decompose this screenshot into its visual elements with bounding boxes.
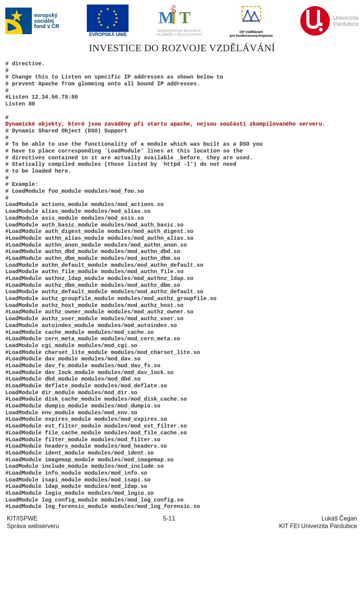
- esf-line1: evropský: [34, 13, 59, 18]
- svg-point-12: [115, 21, 117, 23]
- code-highlight: Dynamické objekty, které jsou zaváděny p…: [5, 121, 325, 127]
- footer-center: 5-11: [163, 515, 175, 530]
- svg-point-4: [116, 17, 118, 19]
- footer-right: Lukáš Čegan KIT FEI Univerzita Pardubice: [279, 515, 357, 530]
- footer-left-1: KIT/ISPWE: [7, 515, 59, 522]
- svg-point-10: [115, 14, 117, 16]
- op-line2: pro konkurenceschopnost: [230, 34, 273, 38]
- svg-point-11: [99, 21, 100, 23]
- upce-label: Univerzita Pardubice: [333, 15, 359, 27]
- svg-point-22: [319, 22, 323, 26]
- svg-point-1: [107, 8, 109, 10]
- svg-point-6: [113, 11, 115, 13]
- msmt-icon: M T Š: [157, 5, 191, 28]
- svg-point-21: [253, 11, 256, 14]
- code-block: # directive. # # Change this to Listen o…: [0, 61, 364, 514]
- esf-label: evropský sociální fond v ČR: [34, 13, 59, 29]
- upce-block: Univerzita Pardubice: [300, 6, 359, 36]
- page-number: 5-11: [163, 515, 175, 522]
- svg-point-23: [319, 28, 323, 31]
- esf-block: evropský sociální fond v ČR: [5, 8, 59, 34]
- footer-right-1: Lukáš Čegan: [279, 515, 357, 522]
- op-block: OP Vzdělávání pro konkurenceschopnost: [230, 4, 273, 38]
- upce-line1: Univerzita: [333, 15, 359, 21]
- op-label: OP Vzdělávání pro konkurenceschopnost: [230, 30, 273, 38]
- svg-text:Š: Š: [171, 5, 176, 16]
- msmt-line2: MLÁDEŽE A TĚLOVÝCHOVY: [157, 33, 202, 37]
- eu-block: EVROPSKÁ UNIE: [87, 5, 129, 37]
- code-part2: # Dynamic Shared Object (DSO) Support # …: [5, 128, 263, 510]
- msmt-block: M T Š MINISTERSTVO ŠKOLSTVÍ, MLÁDEŽE A T…: [157, 5, 202, 37]
- logo-row: evropský sociální fond v ČR EVROPSKÁ UNI…: [0, 0, 364, 38]
- footer-right-2: KIT FEI Univerzita Pardubice: [279, 522, 357, 530]
- svg-point-8: [113, 24, 115, 26]
- op-icon: [238, 4, 264, 27]
- svg-point-5: [100, 11, 102, 13]
- eu-flag-icon: [87, 5, 129, 32]
- svg-point-20: [246, 10, 249, 12]
- esf-line3: fond v ČR: [34, 24, 59, 29]
- upce-icon: [300, 6, 330, 36]
- footer-left-2: Správa webserveru: [7, 522, 59, 530]
- svg-text:T: T: [179, 8, 190, 27]
- svg-point-9: [99, 14, 100, 16]
- svg-point-7: [100, 24, 102, 26]
- msmt-label: MINISTERSTVO ŠKOLSTVÍ, MLÁDEŽE A TĚLOVÝC…: [157, 29, 202, 37]
- upce-line2: Pardubice: [333, 21, 359, 27]
- eu-label: EVROPSKÁ UNIE: [87, 32, 129, 37]
- svg-point-3: [98, 17, 100, 19]
- banner-title: INVESTICE DO ROZVOJE VZDĚLÁVÁNÍ: [0, 42, 364, 54]
- page-footer: KIT/ISPWE Správa webserveru 5-11 Lukáš Č…: [0, 514, 364, 535]
- svg-point-2: [107, 27, 109, 28]
- code-part1: # directive. # # Change this to Listen o…: [5, 61, 223, 121]
- footer-left: KIT/ISPWE Správa webserveru: [7, 515, 59, 530]
- esf-icon: [5, 8, 32, 34]
